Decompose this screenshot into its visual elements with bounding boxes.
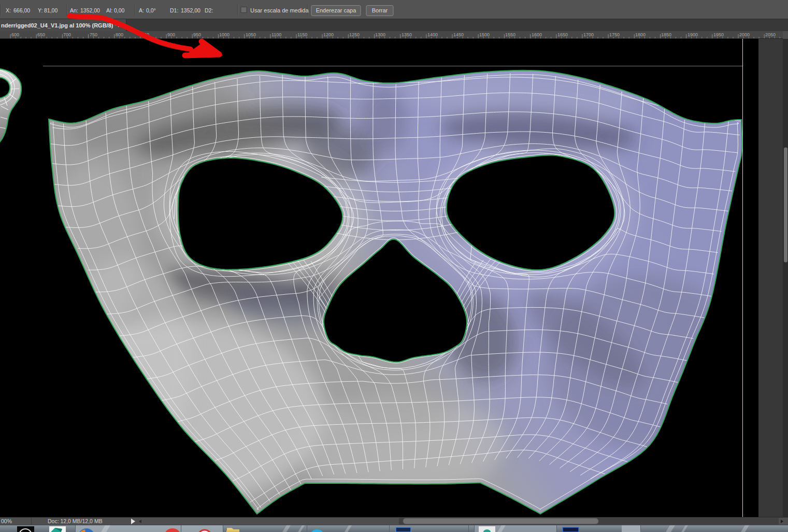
svg-text:1250: 1250: [349, 32, 360, 37]
svg-text:1600: 1600: [532, 32, 542, 37]
svg-text:950: 950: [193, 32, 201, 37]
svg-text:1150: 1150: [297, 32, 307, 37]
svg-text:81,00: 81,00: [44, 7, 58, 13]
svg-text:1900: 1900: [687, 32, 698, 37]
svg-text:1550: 1550: [505, 32, 515, 37]
svg-text:1650: 1650: [557, 32, 568, 37]
svg-text:X:: X:: [6, 7, 11, 13]
svg-text:750: 750: [90, 32, 97, 37]
svg-text:666,00: 666,00: [13, 7, 30, 13]
svg-text:900: 900: [167, 32, 175, 37]
svg-text:700: 700: [63, 32, 71, 37]
svg-text:600: 600: [11, 32, 19, 37]
svg-text:1800: 1800: [635, 32, 646, 37]
svg-text:1000: 1000: [219, 32, 230, 37]
svg-text:nderrigged02_U4_V1.jpg al 100%: nderrigged02_U4_V1.jpg al 100% (RGB/8) *: [1, 22, 117, 28]
svg-text:Usar escala de medida: Usar escala de medida: [250, 7, 309, 13]
svg-text:1850: 1850: [661, 32, 671, 37]
svg-text:1350: 1350: [402, 32, 412, 37]
svg-text:Al:: Al:: [106, 7, 112, 13]
svg-text:650: 650: [37, 32, 45, 37]
svg-text:A:: A:: [139, 7, 144, 13]
svg-text:1200: 1200: [323, 32, 334, 37]
svg-text:800: 800: [116, 32, 123, 37]
svg-text:D1:: D1:: [170, 7, 178, 13]
svg-text:Doc: 12,0 MB/12,0 MB: Doc: 12,0 MB/12,0 MB: [48, 518, 103, 524]
svg-text:1352,00: 1352,00: [80, 7, 100, 13]
svg-text:1400: 1400: [427, 32, 438, 37]
svg-text:D2:: D2:: [205, 7, 213, 13]
svg-text:1500: 1500: [479, 32, 490, 37]
svg-text:Y:: Y:: [38, 7, 42, 13]
svg-text:1050: 1050: [246, 32, 256, 37]
svg-text:0,0°: 0,0°: [146, 7, 156, 13]
svg-text:Enderezar capa: Enderezar capa: [316, 7, 357, 13]
svg-text:00%: 00%: [1, 518, 12, 524]
svg-text:2000: 2000: [739, 32, 750, 37]
svg-text:2050: 2050: [765, 32, 776, 37]
svg-text:1352,00: 1352,00: [181, 7, 200, 13]
svg-text:0,00: 0,00: [114, 7, 125, 13]
svg-text:1450: 1450: [453, 32, 464, 37]
svg-text:1750: 1750: [609, 32, 620, 37]
svg-text:1700: 1700: [583, 32, 594, 37]
svg-text:1950: 1950: [713, 32, 724, 37]
svg-text:An:: An:: [70, 7, 78, 13]
svg-text:1100: 1100: [271, 32, 281, 37]
svg-text:Borrar: Borrar: [372, 7, 388, 13]
svg-text:1300: 1300: [375, 32, 385, 37]
